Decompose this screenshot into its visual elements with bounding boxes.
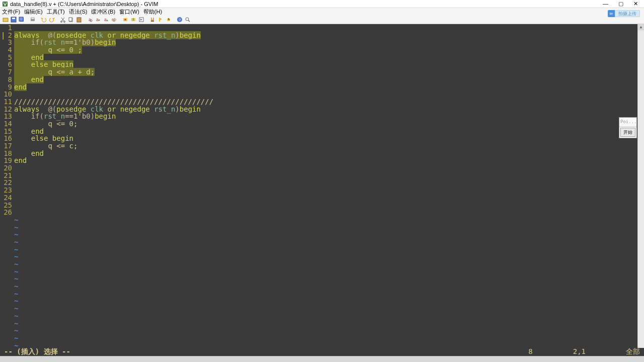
code-line: ////////////////////////////////////////… [14,98,644,106]
lineno: 17 [0,142,12,150]
help-icon[interactable]: ? [176,16,183,23]
tilde-line: ~ [14,327,644,334]
editor-area[interactable]: 1 |2 3 4 5 6 7 8 9 10 11 12 13 14 15 16 … [0,24,644,348]
replace-icon[interactable]: ab [111,16,118,23]
find-icon[interactable]: a [87,16,94,23]
menu-help[interactable]: 帮助(H) [143,8,162,16]
code-line: else begin [14,135,644,142]
lineno: 4 [0,46,12,54]
menu-tools[interactable]: 工具(T) [47,8,65,16]
tilde-line: ~ [14,268,644,276]
runscript-icon[interactable] [138,16,145,23]
lineno: 8 [0,76,12,83]
code-line: if(rst_n==1'b0)begin [14,39,644,46]
code-line: end [14,54,644,61]
code-line [14,172,644,179]
findnext-icon[interactable]: a [95,16,102,23]
svg-rect-1 [3,18,8,22]
tilde-line: ~ [14,224,644,231]
code-line: q <= a + d; [14,68,644,76]
svg-rect-24 [159,18,160,22]
menu-buffer[interactable]: 缓冲区(B) [91,8,115,16]
code-line: end [14,157,644,164]
open-icon[interactable] [2,16,9,23]
code-line [14,202,644,209]
menubar: 文件(F) 编辑(E) 工具(T) 语法(S) 缓冲区(B) 窗口(W) 帮助(… [0,8,644,15]
lineno: |2 [0,32,12,39]
statusbar: -- (插入) 选择 -- 8 2,1 全部 [0,348,644,356]
lineno: 21 [0,172,12,179]
cloud-upload-label: 拍摄上传 [615,10,640,17]
saveall-icon[interactable] [18,16,25,23]
session-save-icon[interactable] [130,16,137,23]
tilde-line: ~ [14,253,644,260]
tagjump-icon[interactable] [165,16,172,23]
paste-icon[interactable] [75,16,83,23]
tilde-line: ~ [14,283,644,290]
code-content[interactable]: always @(posedge clk or negedge rst_n)be… [14,24,644,348]
lineno: 12 [0,106,12,113]
make-icon[interactable] [149,16,156,23]
code-line: end [14,128,644,135]
ctags-icon[interactable] [157,16,164,23]
code-line: q <= c; [14,142,644,150]
code-line: always @(posedge clk or negedge rst_n)be… [14,106,644,113]
code-line: end [14,150,644,157]
menu-window[interactable]: 窗口(W) [119,8,139,16]
findhelp-icon[interactable] [184,16,191,23]
tilde-line: ~ [14,297,644,305]
float-window[interactable]: Poi... 开始 [619,117,637,138]
lineno: 22 [0,179,12,187]
os-taskbar [0,356,644,362]
float-title: Poi... [619,118,636,127]
cloud-icon: ∞ [608,10,615,17]
scrollbar-up-icon[interactable]: ▲ [638,24,644,30]
maximize-button[interactable]: ▢ [618,1,623,7]
lineno: 9 [0,83,12,91]
close-button[interactable]: ✕ [633,1,638,7]
minimize-button[interactable]: — [603,1,608,7]
code-line: end [14,83,644,91]
window-title: data_handle(8).v + (C:\Users\Administrat… [10,1,603,7]
tilde-line: ~ [14,260,644,268]
lineno: 16 [0,135,12,142]
code-line: end [14,76,644,83]
svg-rect-12 [77,18,81,22]
copy-icon[interactable] [67,16,74,23]
svg-rect-7 [31,18,34,19]
float-start-button[interactable]: 开始 [620,128,635,137]
lineno: 5 [0,54,12,61]
lineno: 26 [0,209,12,216]
tilde-line: ~ [14,231,644,238]
print-icon[interactable] [29,16,36,23]
findprev-icon[interactable]: a [103,16,110,23]
lineno: 20 [0,164,12,172]
lineno: 13 [0,113,12,120]
menu-file[interactable]: 文件(F) [2,8,20,16]
lineno: 11 [0,98,12,106]
lineno: 6 [0,61,12,68]
lineno: 25 [0,202,12,209]
svg-rect-11 [69,18,72,21]
tilde-line: ~ [14,275,644,283]
code-line [14,194,644,202]
undo-icon[interactable] [40,16,47,23]
lineno: 7 [0,68,12,76]
save-icon[interactable] [10,16,17,23]
code-line [14,90,644,98]
cloud-upload-button[interactable]: ∞ 拍摄上传 [608,10,640,17]
code-line [14,187,644,194]
svg-point-20 [125,19,126,20]
lineno: 3 [0,39,12,46]
gvim-app-icon [2,1,8,7]
redo-icon[interactable] [48,16,55,23]
lineno: 18 [0,150,12,157]
session-load-icon[interactable] [122,16,129,23]
lineno: 15 [0,128,12,135]
tilde-line: ~ [14,246,644,253]
cut-icon[interactable] [59,16,66,23]
menu-edit[interactable]: 编辑(E) [24,8,43,16]
titlebar: data_handle(8).v + (C:\Users\Administrat… [0,0,644,8]
vertical-scrollbar[interactable]: ▲ [637,24,644,348]
menu-syntax[interactable]: 语法(S) [69,8,88,16]
